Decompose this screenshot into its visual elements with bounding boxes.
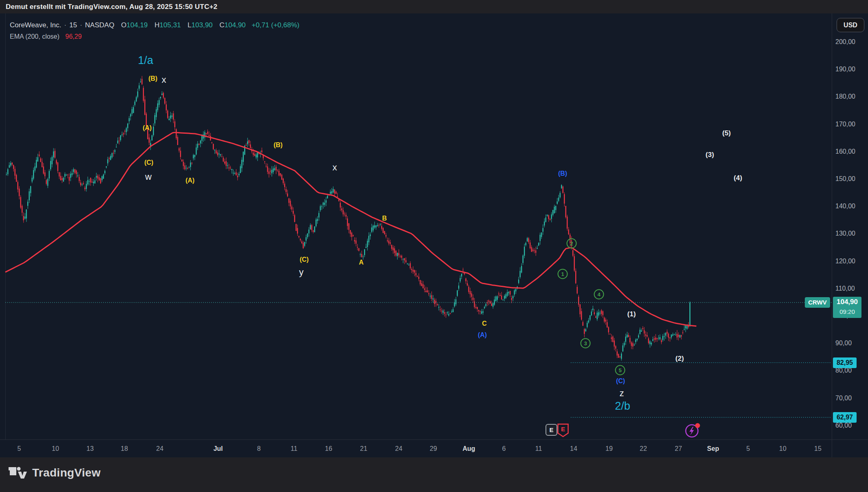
- symbol-interval[interactable]: 15: [69, 21, 77, 29]
- wave-label-w[interactable]: w: [145, 172, 152, 182]
- price-tick-label: 150,00: [835, 175, 855, 183]
- wave-label-a[interactable]: (A): [186, 177, 194, 184]
- footer-bar: TradingView: [0, 457, 868, 492]
- wave-label-c[interactable]: (C): [616, 377, 625, 385]
- wave-label-c[interactable]: (C): [144, 159, 153, 166]
- wave-label-x[interactable]: x: [162, 75, 166, 85]
- indicator-value: 96,29: [65, 33, 82, 40]
- time-tick-label: 24: [395, 445, 402, 452]
- wave-label-2[interactable]: 2: [567, 238, 577, 249]
- time-tick-label: 5: [18, 445, 21, 452]
- wave-label-a[interactable]: (A): [478, 331, 487, 339]
- currency-button[interactable]: USD: [837, 18, 864, 32]
- wave-label-3[interactable]: 3: [581, 338, 591, 349]
- time-tick-label: 10: [779, 445, 786, 452]
- ohlc-high-label: H: [155, 21, 159, 29]
- wave-label-3[interactable]: (3): [706, 151, 714, 159]
- wave-label-1[interactable]: (1): [627, 310, 636, 318]
- time-tick-label: 22: [640, 445, 647, 452]
- indicator-name[interactable]: EMA (200, close): [10, 33, 60, 40]
- wave-label-4[interactable]: 4: [594, 289, 604, 300]
- time-tick-label: 29: [430, 445, 437, 452]
- wave-label-2[interactable]: (2): [676, 355, 684, 363]
- legend-separator: ·: [80, 21, 82, 29]
- watermark-text: Demut erstellt mit TradingView.com, Aug …: [6, 3, 217, 11]
- wave-label-5[interactable]: (5): [722, 129, 731, 137]
- price-level-badge[interactable]: 82,95: [833, 357, 857, 368]
- wave-label-b[interactable]: (B): [148, 75, 157, 82]
- symbol-exchange[interactable]: NASDAQ: [85, 21, 115, 29]
- wave-label-z[interactable]: z: [620, 388, 624, 399]
- price-level-badge[interactable]: 62,97: [833, 412, 857, 423]
- symbol-price-label[interactable]: CRWV: [805, 297, 830, 308]
- price-tick-label: 130,00: [835, 230, 855, 237]
- time-tick-label: 18: [121, 445, 128, 452]
- time-tick-label: 15: [814, 445, 822, 452]
- price-tick-label: 160,00: [835, 148, 855, 155]
- ohlc-open-label: O: [121, 21, 126, 29]
- ohlc-close-value: 104,90: [225, 21, 246, 29]
- time-tick-label: 16: [325, 445, 332, 452]
- ohlc-open-value: 104,19: [126, 21, 148, 29]
- time-tick-label: 8: [257, 445, 261, 452]
- wave-label-4[interactable]: (4): [734, 174, 742, 182]
- indicator-legend-row[interactable]: EMA (200, close) 96,29: [10, 33, 300, 40]
- wave-label-2b[interactable]: 2/b: [615, 400, 630, 413]
- time-tick-label: 11: [535, 445, 542, 452]
- symbol-legend-row[interactable]: CoreWeave, Inc.·15·NASDAQ O104,19 H105,3…: [10, 21, 300, 29]
- wave-label-c[interactable]: C: [482, 320, 487, 327]
- time-tick-label: Aug: [462, 445, 475, 452]
- tradingview-screenshot: { "watermark": "Demut erstellt mit Tradi…: [0, 0, 868, 492]
- price-change: +0,71 (+0,68%): [252, 21, 299, 29]
- chart-canvas[interactable]: [0, 13, 832, 439]
- ohlc-close-label: C: [219, 21, 224, 29]
- time-tick-label: Jul: [213, 445, 223, 452]
- time-tick-label: 19: [605, 445, 613, 452]
- price-tick-label: 140,00: [835, 203, 855, 210]
- time-tick-label: 21: [360, 445, 367, 452]
- price-tick-label: 170,00: [835, 121, 855, 128]
- wave-label-1a[interactable]: 1/a: [138, 54, 153, 67]
- wave-label-a[interactable]: A: [359, 259, 364, 266]
- wave-label-c[interactable]: (C): [300, 256, 309, 263]
- wave-label-1[interactable]: 1: [558, 269, 568, 279]
- last-price-badge[interactable]: 104,90 09:20: [833, 297, 861, 318]
- price-tick-label: 180,00: [835, 93, 855, 100]
- price-tick-label: 80,00: [835, 367, 852, 374]
- earnings-shield-icon[interactable]: E: [557, 423, 569, 439]
- price-tick-label: 70,00: [835, 395, 852, 402]
- time-tick-label: 14: [570, 445, 577, 452]
- price-tick-label: 200,00: [835, 38, 855, 46]
- earnings-marker-icon[interactable]: E: [546, 424, 557, 436]
- legend[interactable]: CoreWeave, Inc.·15·NASDAQ O104,19 H105,3…: [10, 21, 300, 40]
- time-scale[interactable]: 510131824Jul81116212429Aug61114192227Sep…: [0, 439, 868, 457]
- legend-separator: ·: [64, 21, 66, 29]
- time-tick-label: 24: [156, 445, 163, 452]
- time-tick-label: Sep: [707, 445, 719, 452]
- svg-text:E: E: [561, 426, 565, 432]
- time-tick-label: 6: [502, 445, 506, 452]
- time-tick-label: 13: [86, 445, 94, 452]
- bar-countdown: 09:20: [833, 307, 861, 316]
- wave-label-b[interactable]: B: [382, 215, 387, 222]
- ohlc-low-value: 103,90: [192, 21, 213, 29]
- wave-label-y[interactable]: y: [299, 267, 304, 278]
- time-tick-label: 5: [747, 445, 750, 452]
- watermark-bar: Demut erstellt mit TradingView.com, Aug …: [0, 0, 868, 13]
- symbol-name[interactable]: CoreWeave, Inc.: [10, 21, 61, 29]
- wave-label-x[interactable]: x: [333, 162, 337, 173]
- flash-news-icon[interactable]: [684, 422, 701, 440]
- time-tick-label: 11: [291, 445, 298, 452]
- ohlc-high-value: 105,31: [159, 21, 181, 29]
- wave-label-5[interactable]: 5: [615, 365, 625, 375]
- tradingview-logo[interactable]: TradingView: [8, 466, 101, 479]
- time-tick-label: 27: [675, 445, 682, 452]
- wave-label-b[interactable]: (B): [558, 170, 567, 177]
- wave-label-b[interactable]: (B): [274, 141, 283, 149]
- price-scale[interactable]: USD 104,90 09:20 82,95 62,97 200,00190,0…: [832, 13, 868, 457]
- price-tick-label: 90,00: [835, 340, 852, 347]
- time-tick-label: 10: [52, 445, 59, 452]
- wave-label-a[interactable]: (A): [143, 124, 152, 132]
- price-tick-label: 110,00: [835, 285, 855, 292]
- tradingview-logo-text: TradingView: [32, 466, 101, 479]
